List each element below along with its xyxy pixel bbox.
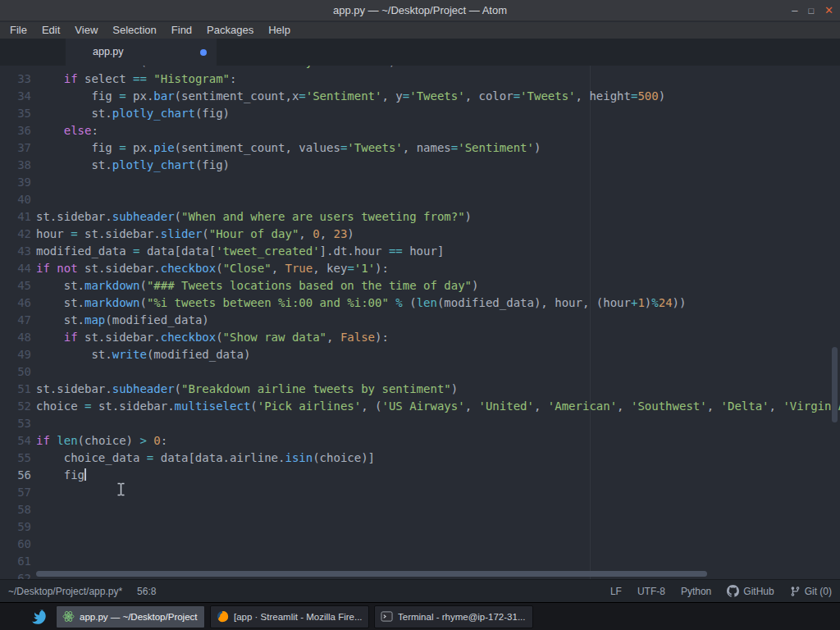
line-number[interactable]: 51	[0, 381, 31, 398]
menu-view[interactable]: View	[67, 22, 105, 39]
horizontal-scrollbar[interactable]	[36, 571, 707, 577]
code-text: fig = px.bar(sentiment_count,x='Sentimen…	[31, 88, 665, 105]
menu-edit[interactable]: Edit	[34, 22, 67, 39]
code-line-52[interactable]: 52choice = st.sidebar.multiselect('Pick …	[0, 398, 840, 415]
code-line-53[interactable]: 53	[0, 415, 840, 432]
code-text: if st.sidebar.checkbox("Show raw data", …	[31, 329, 389, 346]
line-number[interactable]: 45	[0, 277, 31, 294]
status-file-path[interactable]: ~/Desktop/Project/app.py*	[8, 586, 122, 597]
line-number[interactable]: 59	[0, 518, 31, 536]
line-number[interactable]: 50	[0, 363, 31, 381]
taskbar-firefox-window-button[interactable]: [app · Streamlit - Mozilla Fire...	[210, 605, 369, 628]
code-line-57[interactable]: 57	[0, 484, 840, 501]
code-line-55[interactable]: 55 choice_data = data[data.airline.isin(…	[0, 450, 840, 467]
code-line-59[interactable]: 59	[0, 518, 840, 536]
line-number[interactable]: 62	[0, 570, 31, 579]
line-number[interactable]: 34	[0, 88, 31, 105]
code-line-41[interactable]: 41st.sidebar.subheader("When and where a…	[0, 208, 840, 226]
code-line-33[interactable]: 33 if select == "Histogram":	[0, 71, 840, 88]
code-text: st.sidebar.subheader("When and where are…	[31, 208, 472, 226]
menu-find[interactable]: Find	[164, 22, 199, 39]
line-number[interactable]: 48	[0, 329, 31, 346]
code-text: choice_data = data[data.airline.isin(cho…	[31, 450, 375, 467]
status-cursor-position[interactable]: 56:8	[137, 586, 156, 597]
code-line-58[interactable]: 58	[0, 501, 840, 518]
code-line-36[interactable]: 36 else:	[0, 122, 840, 139]
line-number[interactable]: 43	[0, 243, 31, 260]
code-text: st.map(modified_data)	[31, 312, 209, 329]
code-line-37[interactable]: 37 fig = px.pie(sentiment_count, values=…	[0, 139, 840, 157]
menu-help[interactable]: Help	[261, 22, 298, 39]
line-number[interactable]: 47	[0, 312, 31, 329]
status-bar-right: LF UTF-8 Python GitHub Git (0)	[595, 585, 832, 597]
code-text: st.sidebar.subheader("Breakdown airline …	[31, 381, 458, 398]
code-line-60[interactable]: 60	[0, 536, 840, 553]
line-number[interactable]: 42	[0, 226, 31, 243]
menu-selection[interactable]: Selection	[105, 22, 163, 39]
atom-icon	[62, 610, 75, 623]
taskbar-terminal-window-button[interactable]: Terminal - rhyme@ip-172-31...	[374, 605, 533, 628]
code-line-46[interactable]: 46 st.markdown("%i tweets between %i:00 …	[0, 294, 840, 312]
code-line-44[interactable]: 44if not st.sidebar.checkbox("Close", Tr…	[0, 260, 840, 277]
code-text	[31, 536, 36, 553]
line-number[interactable]: 52	[0, 398, 31, 415]
code-text: st.markdown("### Tweets locations based …	[31, 277, 478, 294]
line-number[interactable]: 56	[0, 467, 31, 484]
code-line-35[interactable]: 35 st.plotly_chart(fig)	[0, 105, 840, 122]
taskbar-atom-window-button[interactable]: app.py — ~/Desktop/Project ...	[56, 605, 205, 628]
status-git[interactable]: Git (0)	[790, 586, 832, 597]
line-number[interactable]: 35	[0, 105, 31, 122]
code-line-50[interactable]: 50	[0, 363, 840, 381]
line-number[interactable]: 54	[0, 432, 31, 450]
line-number[interactable]: 44	[0, 260, 31, 277]
status-encoding[interactable]: UTF-8	[637, 586, 665, 597]
line-number[interactable]: 46	[0, 294, 31, 312]
code-line-40[interactable]: 40	[0, 191, 840, 208]
code-text: else:	[31, 122, 98, 139]
code-line-54[interactable]: 54if len(choice) > 0:	[0, 432, 840, 450]
code-line-56[interactable]: 56 fig	[0, 467, 840, 484]
code-text: fig	[31, 467, 86, 484]
line-number[interactable]: 60	[0, 536, 31, 553]
maximize-button[interactable]: □	[808, 0, 814, 21]
code-line-45[interactable]: 45 st.markdown("### Tweets locations bas…	[0, 277, 840, 294]
line-number[interactable]: 33	[0, 71, 31, 88]
code-line-42[interactable]: 42hour = st.sidebar.slider("Hour of day"…	[0, 226, 840, 243]
line-number[interactable]: 38	[0, 157, 31, 174]
code-line-47[interactable]: 47 st.map(modified_data)	[0, 312, 840, 329]
line-number[interactable]: 57	[0, 484, 31, 501]
code-line-39[interactable]: 39	[0, 174, 840, 191]
close-button[interactable]: ✕	[824, 0, 833, 21]
code-line-38[interactable]: 38 st.plotly_chart(fig)	[0, 157, 840, 174]
line-number[interactable]: 41	[0, 208, 31, 226]
vertical-scrollbar[interactable]	[832, 347, 838, 422]
code-line-43[interactable]: 43modified_data = data[data['tweet_creat…	[0, 243, 840, 260]
code-text	[31, 415, 36, 432]
minimize-button[interactable]: –	[792, 0, 797, 21]
taskbar-button-label: Terminal - rhyme@ip-172-31...	[398, 612, 525, 622]
line-number[interactable]: 40	[0, 191, 31, 208]
status-bar-left: ~/Desktop/Project/app.py* 56:8	[8, 586, 171, 597]
code-line-51[interactable]: 51st.sidebar.subheader("Breakdown airlin…	[0, 381, 840, 398]
code-line-49[interactable]: 49 st.write(modified_data)	[0, 346, 840, 363]
line-number[interactable]: 49	[0, 346, 31, 363]
status-line-ending[interactable]: LF	[610, 586, 622, 597]
editor[interactable]: 32 st.markdown("### Number of tweets by …	[0, 66, 840, 579]
status-github[interactable]: GitHub	[727, 585, 774, 597]
menu-packages[interactable]: Packages	[199, 22, 261, 39]
line-number[interactable]: 36	[0, 122, 31, 139]
code-line-34[interactable]: 34 fig = px.bar(sentiment_count,x='Senti…	[0, 88, 840, 105]
line-number[interactable]: 58	[0, 501, 31, 518]
code-line-48[interactable]: 48 if st.sidebar.checkbox("Show raw data…	[0, 329, 840, 346]
status-grammar[interactable]: Python	[681, 586, 711, 597]
line-number[interactable]: 53	[0, 415, 31, 432]
tab-app-py[interactable]: app.py	[66, 39, 217, 66]
app-menu-bluebird-icon[interactable]	[30, 607, 49, 627]
line-number[interactable]: 37	[0, 139, 31, 157]
modified-indicator-dot[interactable]	[200, 49, 207, 56]
line-number[interactable]: 55	[0, 450, 31, 467]
line-number[interactable]: 39	[0, 174, 31, 191]
line-number[interactable]: 61	[0, 553, 31, 570]
menu-file[interactable]: File	[2, 22, 34, 39]
code-line-61[interactable]: 61	[0, 553, 840, 570]
